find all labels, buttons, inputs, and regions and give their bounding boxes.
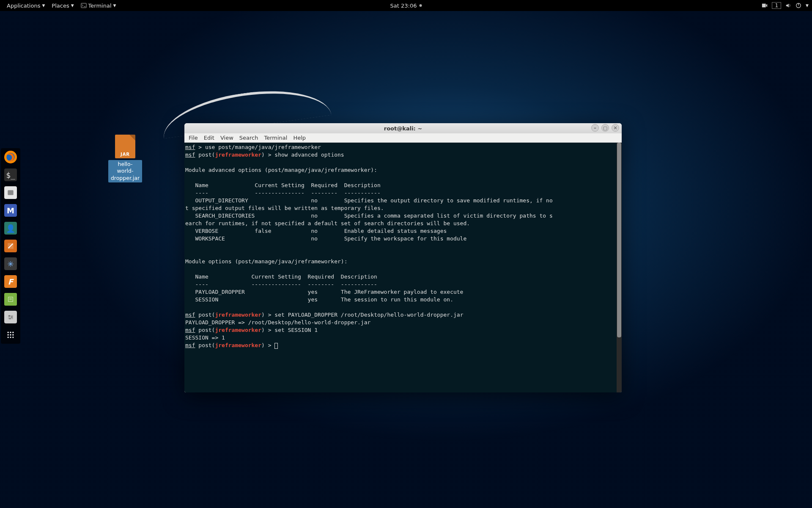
svg-point-21	[12, 334, 14, 335]
record-icon[interactable]	[762, 3, 768, 8]
menu-terminal[interactable]: Terminal	[264, 135, 287, 141]
menu-search[interactable]: Search	[239, 135, 258, 141]
notes-icon[interactable]	[4, 293, 17, 306]
term-text: )	[261, 312, 265, 318]
svg-rect-5	[8, 190, 13, 195]
term-text: Module advanced options (post/manage/jav…	[185, 167, 553, 303]
chevron-down-icon[interactable]: ▼	[806, 3, 809, 8]
term-text: )	[261, 152, 265, 158]
menu-edit[interactable]: Edit	[204, 135, 214, 141]
desktop-file-jar[interactable]: JAR hello-world-dropper.jar	[108, 135, 142, 182]
armitage-icon[interactable]: 👤	[4, 222, 17, 235]
svg-rect-1	[762, 4, 766, 8]
svg-point-24	[12, 337, 14, 338]
svg-point-17	[10, 332, 11, 333]
svg-point-18	[12, 332, 14, 333]
module-name: jreframeworker	[215, 342, 261, 348]
term-text: > set PAYLOAD_DROPPER /root/Desktop/hell…	[265, 312, 464, 318]
applications-menu[interactable]: Applications ▼	[3, 3, 48, 9]
term-text: > show advanced options	[265, 152, 344, 158]
window-title: root@kali: ~	[384, 125, 422, 132]
msf-prompt: msf	[185, 327, 195, 333]
tweaks-icon[interactable]	[4, 311, 17, 323]
clock-label: Sat 23:06	[390, 3, 417, 9]
window-titlebar[interactable]: root@kali: ~ – ▢ ✕	[184, 123, 622, 133]
places-label: Places	[52, 3, 69, 9]
close-button[interactable]: ✕	[612, 124, 619, 132]
term-text: > use post/manage/java/jreframeworker	[195, 144, 321, 150]
burpsuite-icon[interactable]	[4, 240, 17, 252]
svg-point-16	[8, 332, 9, 333]
msf-prompt: msf	[185, 342, 195, 348]
terminal-menu[interactable]: Terminal ▼	[77, 3, 120, 9]
svg-rect-0	[81, 3, 86, 8]
term-text: >	[265, 342, 274, 348]
desktop-file-label: hello-world-dropper.jar	[108, 160, 142, 182]
faraday-icon[interactable]: F	[4, 275, 17, 288]
svg-rect-7	[8, 297, 13, 302]
volume-icon[interactable]	[785, 3, 791, 8]
firefox-icon[interactable]	[4, 151, 17, 163]
svg-point-23	[10, 337, 11, 338]
minimize-button[interactable]: –	[591, 124, 599, 132]
show-apps-icon[interactable]	[4, 329, 17, 341]
term-text: )	[261, 342, 265, 348]
jar-badge: JAR	[115, 152, 135, 157]
top-bar: Applications ▼ Places ▼ Terminal ▼ Sat 2…	[0, 0, 812, 11]
chevron-down-icon: ▼	[113, 3, 116, 8]
applications-label: Applications	[7, 3, 40, 9]
files-icon[interactable]	[4, 186, 17, 199]
metasploit-icon[interactable]: M	[4, 204, 17, 217]
maximize-button[interactable]: ▢	[601, 124, 609, 132]
places-menu[interactable]: Places ▼	[48, 3, 77, 9]
terminal-icon	[81, 3, 87, 8]
terminal-launcher-icon[interactable]: $_	[4, 168, 17, 181]
svg-point-20	[10, 334, 11, 335]
zenmap-icon[interactable]: ✳	[4, 257, 17, 270]
msf-prompt: msf	[185, 144, 195, 150]
term-text: post(	[195, 152, 215, 158]
svg-point-19	[8, 334, 9, 335]
msf-prompt: msf	[185, 312, 195, 318]
power-icon[interactable]	[796, 3, 801, 8]
term-text: PAYLOAD_DROPPER => /root/Desktop/hello-w…	[185, 319, 370, 326]
menu-view[interactable]: View	[220, 135, 233, 141]
cursor-icon	[274, 343, 278, 349]
chevron-down-icon: ▼	[42, 3, 45, 8]
msf-prompt: msf	[185, 152, 195, 158]
term-text: post(	[195, 342, 215, 348]
terminal-output[interactable]: msf > use post/manage/java/jreframeworke…	[184, 143, 622, 392]
term-text: SESSION => 1	[185, 334, 225, 341]
terminal-window: root@kali: ~ – ▢ ✕ File Edit View Search…	[184, 123, 622, 392]
scrollbar-thumb[interactable]	[617, 143, 621, 337]
menu-file[interactable]: File	[189, 135, 198, 141]
chevron-down-icon: ▼	[71, 3, 74, 8]
terminal-menu-label: Terminal	[88, 3, 112, 9]
module-name: jreframeworker	[215, 152, 261, 158]
menu-help[interactable]: Help	[293, 135, 306, 141]
svg-point-22	[8, 337, 9, 338]
term-text: post(	[195, 312, 215, 318]
terminal-scrollbar[interactable]	[617, 143, 622, 392]
workspace-indicator[interactable]: 1	[772, 2, 781, 9]
clock-area[interactable]: Sat 23:06	[390, 3, 422, 9]
notification-dot-icon	[419, 4, 422, 7]
dock: $_ M 👤 ✳ F	[1, 148, 20, 344]
module-name: jreframeworker	[215, 327, 261, 333]
term-text: )	[261, 327, 265, 333]
jar-file-icon: JAR	[115, 135, 135, 158]
module-name: jreframeworker	[215, 312, 261, 318]
window-menubar: File Edit View Search Terminal Help	[184, 133, 622, 143]
term-text: post(	[195, 327, 215, 333]
term-text: > set SESSION 1	[265, 327, 318, 333]
